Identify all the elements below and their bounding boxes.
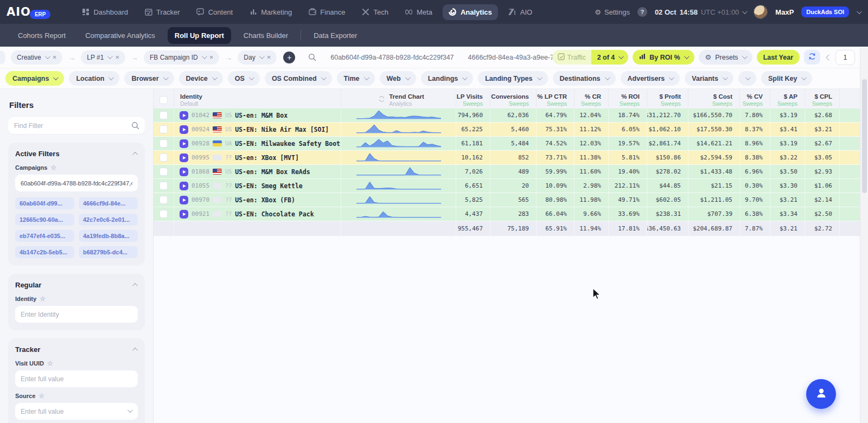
prev-page-icon[interactable] <box>826 54 832 60</box>
dimension-chip-web[interactable]: Web <box>380 71 416 86</box>
table-row[interactable]: 01055??US-EN: Smeg Kettle6,6512010.09%2.… <box>154 179 868 193</box>
org-badge[interactable]: DuckAds SOI <box>801 7 849 17</box>
refresh-button[interactable] <box>804 50 820 65</box>
dimension-chip-landings[interactable]: Landings <box>421 71 474 86</box>
help-button[interactable]: ? <box>637 7 647 17</box>
campaign-uuid-chip[interactable]: b68279b5-dc4... <box>79 246 138 258</box>
remove-icon[interactable]: × <box>53 53 57 61</box>
star-icon[interactable]: ☆ <box>47 360 53 367</box>
play-icon[interactable] <box>180 168 188 176</box>
nav-item-tech[interactable]: Tech <box>356 4 394 20</box>
table-row[interactable]: 00970??US-en: XBox (FB)5,82556580.98%11.… <box>154 193 868 207</box>
play-icon[interactable] <box>180 153 188 162</box>
tab-comparative-analytics[interactable]: Comparative Analytics <box>78 27 162 44</box>
column-header-identity[interactable]: IdentityDefault <box>174 89 341 108</box>
app-logo[interactable]: AIO ERP <box>7 5 50 18</box>
remove-icon[interactable]: × <box>115 53 119 61</box>
dimension-chip-more[interactable] <box>738 71 756 86</box>
tracker-header[interactable]: Tracker <box>15 345 138 354</box>
campaign-uuid-chip[interactable]: 4666cf9d-84e... <box>79 197 138 209</box>
row-checkbox[interactable] <box>159 153 168 162</box>
user-name[interactable]: MaxP <box>775 8 794 16</box>
table-row[interactable]: 00921??US-EN: Chocolate Pack4,43728366.0… <box>154 207 868 221</box>
identity-input[interactable] <box>15 306 138 323</box>
dimension-chip-os[interactable]: OS <box>228 71 260 86</box>
column-header-spacer[interactable] <box>839 89 860 108</box>
table-row[interactable]: 00924USUS-EN: Nike Air Max [SOI]65,2255,… <box>154 123 868 137</box>
column-header-trend[interactable]: Trend ChartAnalytics <box>341 89 456 108</box>
dimension-chip-advertisers[interactable]: Advertisers <box>621 71 680 86</box>
avatar[interactable] <box>754 5 768 19</box>
table-row[interactable]: 01042USUS-en: M&M Box794,96062,03664.79%… <box>154 108 868 123</box>
tab-cohorts-report[interactable]: Cohorts Report <box>11 27 73 44</box>
vertical-scrollbar[interactable] <box>860 48 868 423</box>
table-row[interactable]: 00928UAUS-EN: Milwaukee Safety Boots61,1… <box>154 137 868 151</box>
column-header-cpl[interactable]: $ CPLSweeps <box>805 89 839 108</box>
active-filters-header[interactable]: Active Filters <box>15 150 138 158</box>
select-all-checkbox[interactable] <box>159 96 168 104</box>
campaign-uuid-chip[interactable]: 4a19fedb-8b8a... <box>79 230 138 242</box>
campaign-uuid-chip[interactable]: eb747ef4-e035... <box>15 230 74 242</box>
column-header-conversions[interactable]: ConversionsSweeps <box>490 89 536 108</box>
settings-button[interactable]: ⚙ Settings <box>595 8 630 16</box>
visit-uuid-input[interactable] <box>15 370 138 387</box>
play-icon[interactable] <box>180 210 188 219</box>
dimension-chip-campaigns[interactable]: Campaigns <box>5 71 64 86</box>
column-header-cv[interactable]: % CVSweeps <box>739 89 770 108</box>
tab-roll-up-report[interactable]: Roll Up Report <box>168 27 231 44</box>
star-icon[interactable]: ☆ <box>39 392 44 400</box>
find-filter-input[interactable] <box>8 117 145 134</box>
nav-item-dashboard[interactable]: Dashboard <box>75 4 134 20</box>
table-row[interactable]: 00995??US-en: XBox [MVT]10,16285273.71%1… <box>154 151 868 165</box>
nav-item-finance[interactable]: Finance <box>302 4 351 20</box>
row-checkbox[interactable] <box>159 139 168 148</box>
dimension-chip-os-combined[interactable]: OS Combined <box>265 71 332 86</box>
breakdown-pill-fbcampaignid[interactable]: FB Campaign ID× <box>144 50 219 65</box>
campaign-uuid-chip[interactable]: 60ab604f-d99... <box>15 197 74 209</box>
add-breakdown-button[interactable]: + <box>283 52 295 63</box>
row-checkbox[interactable] <box>159 210 168 218</box>
support-fab-button[interactable] <box>806 379 836 409</box>
nav-item-meta[interactable]: Meta <box>399 4 438 20</box>
column-header-lp_ctr[interactable]: % LP CTRSweeps <box>536 89 574 108</box>
search-bar[interactable]: 60ab604f-d99a-4788-b928-fdc4c229f347 466… <box>302 52 547 63</box>
campaigns-filter-input[interactable] <box>15 175 138 191</box>
star-icon[interactable]: ☆ <box>40 295 46 303</box>
campaign-uuid-chip[interactable]: 12665c90-60a... <box>15 214 74 226</box>
dimension-chip-destinations[interactable]: Destinations <box>553 71 616 86</box>
page-number-box[interactable]: 1 <box>835 50 855 65</box>
breakdown-pill-lp1[interactable]: LP #1× <box>81 50 125 65</box>
dimension-chip-split-key[interactable]: Split Key <box>761 71 813 86</box>
nav-item-marketing[interactable]: Marketing <box>243 4 298 20</box>
regular-header[interactable]: Regular <box>15 281 138 289</box>
row-checkbox[interactable] <box>159 125 168 133</box>
play-icon[interactable] <box>180 125 188 134</box>
sort-selector[interactable]: By ROI % <box>633 50 694 65</box>
remove-icon[interactable]: × <box>267 53 271 61</box>
play-icon[interactable] <box>180 139 188 148</box>
dimension-chip-device[interactable]: Device <box>179 71 223 86</box>
column-header-profit[interactable]: $ ProfitSweeps <box>647 89 688 108</box>
presets-selector[interactable]: ⚙ Presets <box>699 50 752 65</box>
nav-item-aio[interactable]: AIO <box>502 4 538 20</box>
breakdown-pill-day[interactable]: Day× <box>238 50 277 65</box>
nav-item-analytics[interactable]: Analytics <box>443 4 498 20</box>
breakdown-pill-creative[interactable]: Creative× <box>11 50 62 65</box>
column-header-cr[interactable]: % CRSweeps <box>574 89 608 108</box>
campaign-uuid-chip[interactable]: 4b147c2b-5eb5... <box>15 246 74 258</box>
row-checkbox[interactable] <box>159 182 168 190</box>
dimension-chip-variants[interactable]: Variants <box>685 71 733 86</box>
datetime-selector[interactable]: 02 Oct 14:58 UTC +01:00 <box>655 8 746 16</box>
tab-data-exporter[interactable]: Data Exporter <box>307 27 364 44</box>
column-header-ap[interactable]: $ APSweeps <box>770 89 805 108</box>
traffic-filter[interactable]: Traffic 2 of 4 <box>552 50 629 65</box>
dimension-chip-time[interactable]: Time <box>337 71 375 86</box>
source-input[interactable] <box>15 403 138 420</box>
nav-item-tracker[interactable]: Tracker <box>138 4 186 20</box>
date-range-button[interactable]: Last Year <box>757 50 800 65</box>
search-value-1[interactable]: 60ab604f-d99a-4788-b928-fdc4c229f347 <box>330 54 454 61</box>
tab-charts-builder[interactable]: Charts Builder <box>237 27 295 44</box>
campaign-uuid-chip[interactable]: 42c7e0c6-2e01... <box>79 214 138 226</box>
remove-icon[interactable]: × <box>209 53 214 61</box>
column-header-roi[interactable]: % ROISweeps <box>608 89 647 108</box>
